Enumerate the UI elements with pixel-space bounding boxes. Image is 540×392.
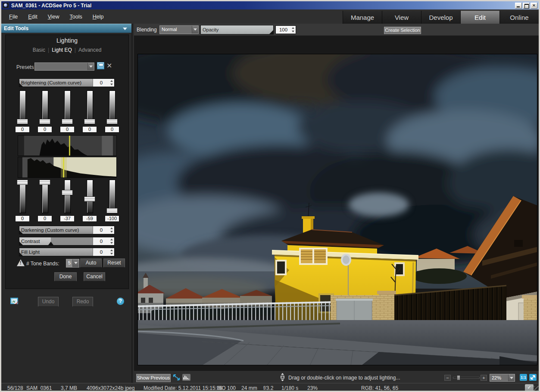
darkening-slider[interactable]: Darkening (Custom curve) 0 bbox=[19, 226, 115, 234]
slider-value[interactable]: 0 bbox=[60, 126, 75, 133]
light-eq-band-slider[interactable]: -59 bbox=[82, 180, 97, 222]
slider-track[interactable] bbox=[42, 180, 48, 213]
light-eq-band-slider[interactable]: 0 bbox=[59, 90, 75, 133]
light-eq-band-slider[interactable]: 0 bbox=[37, 180, 53, 222]
spinner-arrows-icon[interactable] bbox=[291, 26, 296, 34]
spinner-arrows-icon[interactable] bbox=[109, 79, 114, 87]
menu-item-file[interactable]: File bbox=[7, 13, 19, 20]
slider-value[interactable]: 0 bbox=[37, 215, 52, 222]
slider-track[interactable] bbox=[87, 90, 93, 124]
menu-item-tools[interactable]: Tools bbox=[68, 13, 84, 20]
light-eq-band-slider[interactable]: -37 bbox=[59, 180, 75, 222]
light-eq-band-slider[interactable]: 0 bbox=[37, 90, 53, 133]
redo-button[interactable]: Redo bbox=[72, 297, 93, 307]
edit-tools-header[interactable]: Edit Tools bbox=[1, 24, 131, 33]
light-eq-band-slider[interactable]: 0 bbox=[82, 90, 97, 133]
slider-value[interactable]: 0 bbox=[82, 126, 97, 133]
menu-item-view[interactable]: View bbox=[46, 13, 61, 20]
spinner-arrows-icon[interactable] bbox=[109, 226, 114, 234]
slider-handle[interactable] bbox=[62, 119, 73, 124]
presets-dropdown[interactable] bbox=[34, 62, 94, 71]
darkening-value[interactable]: 0 bbox=[93, 226, 109, 234]
mode-tab-view[interactable]: View bbox=[382, 11, 421, 24]
tab-light-eq[interactable]: Light EQ bbox=[52, 47, 72, 53]
auto-button[interactable]: Auto bbox=[80, 258, 102, 268]
slider-track[interactable] bbox=[64, 180, 71, 213]
slider-handle[interactable] bbox=[17, 180, 28, 185]
opacity-slider[interactable]: Opacity bbox=[200, 25, 274, 34]
histogram-button-icon[interactable] bbox=[182, 374, 190, 381]
spinner-arrows-icon[interactable] bbox=[109, 248, 114, 256]
slider-value[interactable]: -100 bbox=[105, 215, 119, 222]
slider-track[interactable] bbox=[109, 90, 115, 124]
dropdown-arrow-icon[interactable] bbox=[87, 63, 94, 70]
mode-tab-online[interactable]: Online bbox=[499, 11, 539, 24]
cancel-button[interactable]: Cancel bbox=[84, 272, 105, 281]
reset-button[interactable]: Reset bbox=[103, 258, 125, 268]
mode-tab-edit[interactable]: Edit bbox=[460, 11, 499, 24]
slider-handle[interactable] bbox=[17, 119, 28, 124]
tone-bands-select[interactable]: 5 bbox=[66, 259, 79, 268]
undo-button[interactable]: Undo bbox=[38, 297, 59, 307]
resize-grip[interactable] bbox=[533, 386, 539, 392]
slider-track[interactable] bbox=[42, 90, 48, 124]
fit-image-button[interactable] bbox=[529, 374, 537, 381]
zoom-slider-handle[interactable] bbox=[457, 375, 460, 380]
dropdown-arrow-icon[interactable] bbox=[508, 374, 515, 381]
minimize-button[interactable] bbox=[515, 3, 522, 9]
zoom-slider[interactable] bbox=[453, 377, 480, 379]
done-button[interactable]: Done bbox=[54, 272, 77, 281]
slider-value[interactable]: 0 bbox=[105, 126, 119, 133]
zoom-level-dropdown[interactable]: 22% bbox=[490, 374, 515, 382]
slider-value[interactable]: 0 bbox=[37, 126, 52, 133]
slider-handle[interactable] bbox=[106, 119, 118, 124]
tab-basic[interactable]: Basic bbox=[33, 47, 45, 53]
tab-advanced[interactable]: Advanced bbox=[78, 47, 101, 53]
mode-tab-develop[interactable]: Develop bbox=[421, 11, 460, 24]
slider-handle[interactable] bbox=[62, 190, 73, 195]
show-previous-button[interactable]: Show Previous bbox=[136, 374, 171, 382]
spinner-arrows-icon[interactable] bbox=[109, 237, 114, 245]
slider-track[interactable] bbox=[109, 180, 115, 213]
zoom-in-button[interactable]: + bbox=[481, 375, 487, 381]
brightening-value[interactable]: 0 bbox=[93, 79, 109, 87]
slider-track[interactable] bbox=[19, 90, 26, 124]
light-eq-band-slider[interactable]: -100 bbox=[104, 180, 120, 222]
mode-tab-manage[interactable]: Manage bbox=[343, 11, 382, 24]
confirm-check-icon[interactable]: ✓ bbox=[525, 384, 534, 391]
slider-value[interactable]: 0 bbox=[15, 126, 30, 133]
light-eq-band-slider[interactable]: 0 bbox=[15, 90, 30, 133]
slider-track[interactable] bbox=[64, 90, 71, 124]
contrast-slider[interactable]: Contrast 0 bbox=[19, 237, 115, 246]
dropdown-arrow-icon[interactable] bbox=[72, 259, 79, 267]
help-icon[interactable]: ? bbox=[117, 298, 124, 305]
slider-handle[interactable] bbox=[106, 208, 118, 213]
fill-light-value[interactable]: 0 bbox=[93, 248, 109, 256]
title-bar[interactable]: SAM_0361 - ACDSee Pro 5 - Trial ✕ bbox=[1, 1, 539, 9]
save-preset-icon[interactable] bbox=[97, 62, 104, 69]
menu-item-help[interactable]: Help bbox=[91, 13, 106, 20]
photo-house-storm[interactable] bbox=[137, 54, 537, 365]
light-eq-band-slider[interactable]: 0 bbox=[104, 90, 120, 133]
actual-size-button[interactable]: 1:1 bbox=[520, 374, 527, 381]
slider-track[interactable] bbox=[19, 180, 26, 213]
slider-value[interactable]: 0 bbox=[15, 215, 30, 222]
contrast-value[interactable]: 0 bbox=[93, 237, 109, 245]
opacity-spinner[interactable]: 100 bbox=[275, 25, 296, 34]
slider-value[interactable]: -37 bbox=[60, 215, 75, 222]
slider-handle[interactable] bbox=[84, 119, 95, 124]
slider-handle[interactable] bbox=[39, 180, 50, 185]
blend-mode-dropdown[interactable]: Normal bbox=[159, 25, 199, 34]
brightening-slider[interactable]: Brightening (Custom curve) 0 bbox=[19, 78, 115, 87]
slider-track[interactable] bbox=[87, 180, 93, 213]
maximize-button[interactable] bbox=[523, 3, 530, 9]
delete-preset-icon[interactable]: ✕ bbox=[106, 62, 112, 70]
image-canvas[interactable] bbox=[134, 36, 539, 370]
slider-value[interactable]: -59 bbox=[82, 215, 97, 222]
compare-arrows-icon[interactable] bbox=[173, 374, 180, 381]
menu-item-edit[interactable]: Edit bbox=[26, 13, 39, 20]
preview-magnifier-icon[interactable] bbox=[10, 298, 18, 304]
slider-handle[interactable] bbox=[39, 119, 50, 124]
zoom-out-button[interactable]: − bbox=[444, 375, 451, 381]
close-button[interactable]: ✕ bbox=[531, 3, 537, 9]
